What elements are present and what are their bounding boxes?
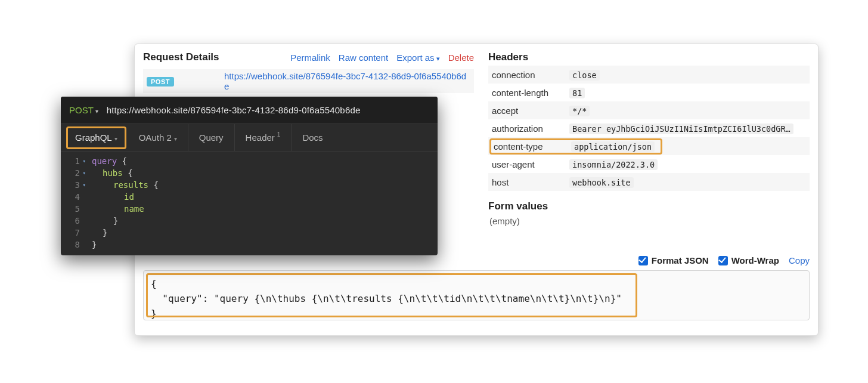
tab-header[interactable]: Header1 xyxy=(235,124,292,151)
tab-oauth2[interactable]: OAuth 2 xyxy=(128,124,188,151)
header-value: close xyxy=(569,70,600,81)
code-lines: query { hubs { results { id name } } } xyxy=(86,155,159,251)
request-details-title: Request Details xyxy=(143,51,219,63)
header-key: content-length xyxy=(492,88,569,98)
delete-link[interactable]: Delete xyxy=(448,52,474,63)
format-json-toggle[interactable]: Format JSON xyxy=(638,255,709,265)
header-key: host xyxy=(492,177,569,187)
header-row: accept */* xyxy=(488,101,810,119)
raw-content-link[interactable]: Raw content xyxy=(339,52,388,63)
insomnia-url-input[interactable]: https://webhook.site/876594fe-3bc7-4132-… xyxy=(107,105,361,115)
header-key: authorization xyxy=(492,123,569,134)
header-key: content-type xyxy=(494,141,571,152)
method-dropdown[interactable]: POST xyxy=(69,105,98,115)
checkbox-icon xyxy=(718,256,728,265)
header-key: connection xyxy=(492,70,569,80)
line-gutter: 1 2 3 4 5 6 7 8 xyxy=(66,155,86,251)
permalink-link[interactable]: Permalink xyxy=(290,52,330,63)
request-body: { "query": "query {\n\thubs {\n\t\tresul… xyxy=(143,270,810,320)
header-row: user-agent insomnia/2022.3.0 xyxy=(488,155,810,173)
header-row: content-length 81 xyxy=(488,84,810,101)
body-toolbar: Format JSON Word-Wrap Copy xyxy=(143,255,810,265)
form-values-empty: (empty) xyxy=(488,216,810,226)
tab-docs[interactable]: Docs xyxy=(292,124,333,151)
header-row: host webhook.site xyxy=(488,173,810,191)
header-value: webhook.site xyxy=(569,177,634,188)
insomnia-tabs: GraphQL OAuth 2 Query Header1 Docs xyxy=(61,124,438,152)
headers-title: Headers xyxy=(488,51,810,63)
checkbox-icon xyxy=(638,256,648,265)
header-row-content-type: content-type application/json xyxy=(488,137,810,155)
word-wrap-label: Word-Wrap xyxy=(731,255,779,265)
header-value: */* xyxy=(569,106,590,116)
header-row: authorization Bearer eyJhbGciOiJSUzI1NiI… xyxy=(488,119,810,137)
header-key: user-agent xyxy=(492,159,569,169)
header-value: insomnia/2022.3.0 xyxy=(569,159,658,170)
word-wrap-toggle[interactable]: Word-Wrap xyxy=(718,255,779,265)
form-values-title: Form values xyxy=(488,200,810,212)
export-as-dropdown[interactable]: Export as xyxy=(396,52,439,63)
tab-query[interactable]: Query xyxy=(188,124,235,151)
tab-graphql[interactable]: GraphQL xyxy=(66,126,126,149)
copy-link[interactable]: Copy xyxy=(789,255,810,265)
format-json-label: Format JSON xyxy=(652,255,709,265)
insomnia-url-bar: POST https://webhook.site/876594fe-3bc7-… xyxy=(61,97,438,124)
request-url[interactable]: https://webhook.site/876594fe-3bc7-4132-… xyxy=(224,71,470,91)
headers-column: Headers connection close content-length … xyxy=(488,51,810,242)
header-key: accept xyxy=(492,106,569,116)
header-row: connection close xyxy=(488,66,810,84)
method-badge: POST xyxy=(147,77,174,87)
graphql-editor[interactable]: 1 2 3 4 5 6 7 8 query { hubs { results {… xyxy=(61,152,438,251)
insomnia-window: POST https://webhook.site/876594fe-3bc7-… xyxy=(61,97,438,255)
header-value: application/json xyxy=(571,141,655,152)
method-url-row: POST https://webhook.site/876594fe-3bc7-… xyxy=(143,69,474,93)
header-value: Bearer eyJhbGciOiJSUzI1NiIsImtpZCI6IlU3c… xyxy=(569,123,793,134)
header-value: 81 xyxy=(569,88,585,98)
